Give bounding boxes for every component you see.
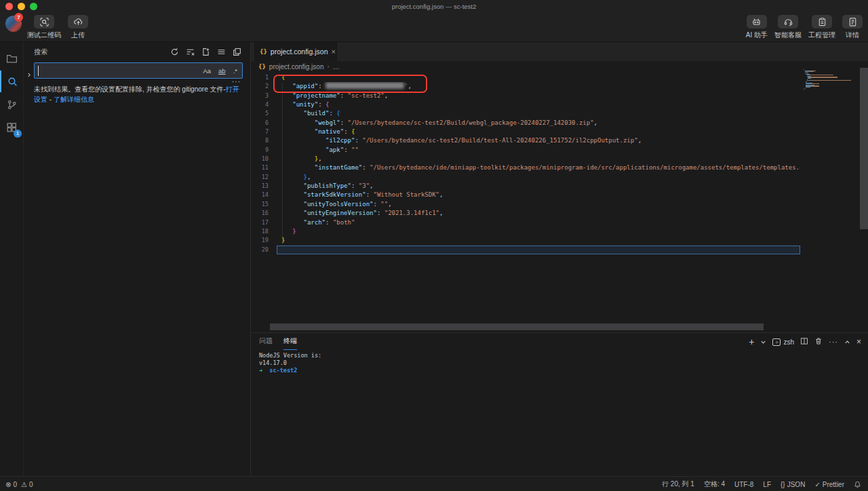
tab-label: project.config.json bbox=[271, 47, 328, 56]
headset-icon bbox=[778, 15, 798, 28]
extensions-icon[interactable]: 1 bbox=[0, 117, 24, 138]
regex-toggle[interactable]: .* bbox=[232, 66, 239, 75]
code-line-10[interactable]: 10 }, bbox=[251, 155, 800, 163]
learn-more-link[interactable]: 了解详细信息 bbox=[54, 96, 94, 103]
line-text: "projectname": "sc-test2", bbox=[281, 92, 800, 100]
code-editor[interactable]: 1{2 "appid": ",3 "projectname": "sc-test… bbox=[251, 68, 868, 332]
code-line-4[interactable]: 4 "unity": { bbox=[251, 100, 800, 109]
match-case-toggle[interactable]: Aa bbox=[201, 66, 212, 75]
tab-project-config-json[interactable]: {} project.config.json × bbox=[254, 42, 337, 61]
status-formatter[interactable]: ✓Prettier bbox=[814, 481, 844, 488]
tab-close-icon[interactable]: × bbox=[331, 47, 335, 56]
maximize-panel-icon[interactable] bbox=[844, 336, 850, 348]
search-no-results-message: 未找到结果。查看您的设置配置排除, 并检查您的 gitignore 文件-打开设… bbox=[34, 84, 245, 104]
split-terminal-icon[interactable] bbox=[800, 336, 808, 348]
terminal-prompt: ➜ sc-test2 bbox=[259, 367, 321, 374]
customer-service-button[interactable]: 智能客服 bbox=[774, 15, 802, 40]
panel-tab-problems[interactable]: 问题 bbox=[259, 336, 273, 350]
line-text: "native": { bbox=[281, 127, 800, 136]
kill-terminal-icon[interactable] bbox=[814, 336, 823, 348]
details-button[interactable]: 详情 bbox=[842, 15, 863, 40]
collapse-all-icon[interactable] bbox=[231, 46, 242, 57]
code-line-16[interactable]: 16 "unityEngineVersion": "2021.3.14f1c1"… bbox=[251, 209, 800, 218]
status-indentation[interactable]: 空格: 4 bbox=[704, 479, 725, 489]
ai-assistant-button[interactable]: AI 助手 bbox=[746, 15, 768, 40]
robot-icon bbox=[747, 15, 767, 28]
close-panel-icon[interactable]: × bbox=[856, 337, 861, 347]
code-line-20[interactable]: 20 bbox=[251, 246, 800, 254]
code-line-7[interactable]: 7 "native": { bbox=[251, 127, 800, 136]
line-text: "starkSdkVersion": "Without StarkSDK", bbox=[281, 191, 800, 199]
code-line-5[interactable]: 5 "build": { bbox=[251, 109, 800, 118]
code-line-19[interactable]: 19} bbox=[251, 236, 800, 245]
code-line-9[interactable]: 9 "apk": "" bbox=[251, 146, 800, 155]
explorer-icon[interactable] bbox=[0, 47, 24, 69]
test-qrcode-button[interactable]: 测试二维码 bbox=[27, 15, 61, 40]
refresh-icon[interactable] bbox=[169, 46, 180, 57]
horizontal-scrollbar[interactable] bbox=[270, 323, 764, 330]
code-line-17[interactable]: 17 "arch": "both" bbox=[251, 218, 800, 227]
line-number: 16 bbox=[251, 209, 269, 218]
line-number: 11 bbox=[251, 163, 269, 172]
code-line-3[interactable]: 3 "projectname": "sc-test2", bbox=[251, 92, 800, 100]
code-line-12[interactable]: 12 }, bbox=[251, 173, 800, 182]
line-text: "appid": ", bbox=[281, 82, 800, 91]
details-label: 详情 bbox=[846, 31, 859, 40]
clear-search-results-icon[interactable] bbox=[184, 46, 195, 57]
upload-button[interactable]: 上传 bbox=[68, 15, 88, 40]
shell-name: zsh bbox=[783, 338, 794, 346]
code-line-2[interactable]: 2 "appid": ", bbox=[251, 82, 800, 91]
line-text: "unity": { bbox=[281, 100, 800, 109]
line-text: } bbox=[281, 236, 800, 245]
more-actions-icon[interactable]: ··· bbox=[829, 338, 838, 346]
search-panel-title: 搜索 bbox=[34, 47, 48, 57]
line-text: "il2cpp": "/Users/bytedance/sc-test2/Bui… bbox=[281, 136, 800, 145]
status-eol-sequence[interactable]: LF bbox=[763, 481, 771, 488]
test-qrcode-label: 测试二维码 bbox=[27, 31, 61, 40]
code-line-15[interactable]: 15 "unityToolsVersion": "", bbox=[251, 200, 800, 209]
line-text: "unityEngineVersion": "2021.3.14f1c1", bbox=[281, 209, 800, 218]
terminal-shell-selector[interactable]: > zsh bbox=[772, 338, 794, 346]
toggle-replace-chevron[interactable]: › bbox=[25, 66, 33, 83]
line-number: 1 bbox=[251, 73, 269, 82]
panel-tab-terminal[interactable]: 终端 bbox=[283, 336, 297, 350]
status-encoding[interactable]: UTF-8 bbox=[734, 481, 753, 488]
whole-word-toggle[interactable]: ab bbox=[217, 66, 227, 75]
line-number: 15 bbox=[251, 200, 269, 209]
code-line-6[interactable]: 6 "webgl": "/Users/bytedance/sc-test2/Bu… bbox=[251, 119, 800, 127]
status-language-mode[interactable]: {}JSON bbox=[781, 481, 805, 488]
document-icon bbox=[842, 15, 863, 28]
qr-scan-icon bbox=[34, 15, 54, 28]
line-text: "build": { bbox=[281, 109, 800, 118]
open-new-search-editor-icon[interactable] bbox=[200, 46, 211, 57]
vertical-scrollbar[interactable] bbox=[860, 68, 868, 229]
line-number: 12 bbox=[251, 173, 269, 182]
source-control-icon[interactable] bbox=[0, 94, 24, 115]
status-label: LF bbox=[763, 481, 771, 488]
braces-icon: {} bbox=[781, 481, 785, 488]
code-line-14[interactable]: 14 "starkSdkVersion": "Without StarkSDK"… bbox=[251, 191, 800, 199]
terminal-output[interactable]: NodeJS Version is:v14.17.0➜ sc-test2 bbox=[259, 352, 321, 374]
notifications-bell-icon[interactable] bbox=[854, 481, 861, 488]
search-input[interactable]: Aa ab .* bbox=[34, 62, 243, 79]
code-line-1[interactable]: 1{ bbox=[251, 73, 800, 82]
view-as-list-icon[interactable] bbox=[216, 46, 226, 57]
line-text: }, bbox=[281, 155, 800, 163]
search-icon[interactable] bbox=[0, 71, 24, 92]
minimap[interactable] bbox=[804, 69, 852, 92]
status-label: 空格: 4 bbox=[704, 479, 725, 489]
new-terminal-button[interactable]: + bbox=[749, 337, 754, 347]
code-line-11[interactable]: 11 "instantGame": "/Users/bytedance/ide/… bbox=[251, 163, 800, 172]
code-line-13[interactable]: 13 "publishType": "3", bbox=[251, 182, 800, 191]
line-text: { bbox=[281, 73, 800, 82]
toolbar-right-group: AI 助手 智能客服 bbox=[746, 15, 863, 40]
project-management-button[interactable]: 工程管理 bbox=[808, 15, 835, 40]
problems-indicator[interactable]: ⊗ 0 ⚠ 0 bbox=[5, 481, 33, 488]
chevron-down-icon[interactable] bbox=[760, 336, 766, 348]
status-label: 行 20, 列 1 bbox=[662, 479, 694, 489]
warning-count: 0 bbox=[29, 481, 33, 488]
status-cursor-position[interactable]: 行 20, 列 1 bbox=[662, 479, 694, 489]
error-count: 0 bbox=[13, 481, 17, 488]
code-line-18[interactable]: 18 } bbox=[251, 227, 800, 236]
code-line-8[interactable]: 8 "il2cpp": "/Users/bytedance/sc-test2/B… bbox=[251, 136, 800, 145]
